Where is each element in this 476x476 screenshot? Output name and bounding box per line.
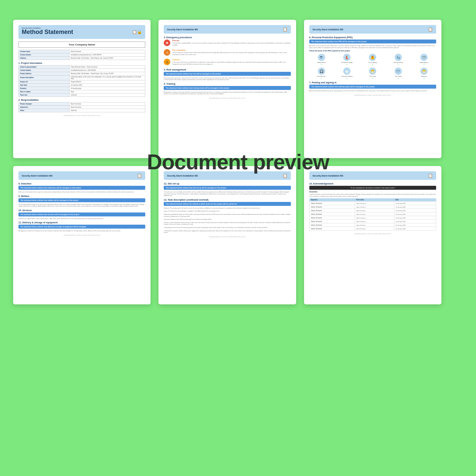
proj-label-3: Project address: [19,72,70,75]
page5-header: Security Alarm Installation MS 📋 [164,171,291,180]
proj-row-8: Days or nights: Days [19,90,145,93]
proj-label-2: Contact details: [19,69,70,72]
asbestos-icon: ⚠ [164,59,170,65]
task-banner: The statement below outlines the method … [164,202,291,206]
ppe-mask-check: ✓ [372,77,374,79]
page4-header-label: Security Alarm Installation MS [22,175,52,177]
name-4: Name Surname [355,212,394,216]
resp-value-3: Add here [69,109,145,112]
ppe-glasses-icon: 🥽 [420,54,428,61]
ack-col-sig: Signature [309,198,355,202]
company-name-box: Your Company Name [18,42,145,48]
sig-1: Alana Surname [309,202,355,205]
page6-icon: 📋 [428,173,433,178]
contact-value-2: email@yourcompanyemail.com | +000 000000 [69,53,145,56]
ppe-hivis-check: ✓ [372,63,374,66]
proj-value-5: Project 0001/01 [69,80,145,83]
sig-3: Alana Surname [309,209,355,212]
page5-header-label: Security Alarm Installation MS [167,175,198,177]
section9-title: 9. Welfare [18,195,145,197]
table-row: Alana Surname Name Surname 1st January 2… [309,202,436,205]
page4-icon: 📋 [137,173,142,178]
page3-icon: 📋 [428,27,433,32]
ppe-ear-icon: 🎧 [318,68,325,75]
contact-row-2: Contact details: email@yourcompanyemail.… [19,53,145,56]
proj-value-2: email@clientemail.com | +000 000000 [69,69,145,72]
company-name-label: Your Company Name [20,43,144,46]
task-item-3: Personnel: Required roles: Electrical te… [164,218,291,220]
proj-label-4: Project description: [19,75,70,80]
ppe-footwear: 👢 Protective footwear ✓ [335,54,359,66]
ppe-respirator-icon: 😷 [420,68,428,75]
setup-text: The work area is to be carefully cordone… [164,191,291,197]
name-6: Name Surname [355,220,394,223]
page6-header: Security Alarm Installation MS 📋 [309,171,436,180]
ppe-statement: All workers on this project will wear sa… [309,45,436,48]
date-5: 1st January 2025 [394,216,436,220]
proj-row-3: Project address: Business Addr, Unit Num… [19,72,145,75]
section10-title: 10. Services [18,209,145,211]
ppe-shield-icon: 🛡 [395,68,402,75]
task-item-5: 2. Mounting the Unit: Screw the mounting… [164,227,291,229]
asbestos-label: Asbestos: [172,59,291,61]
ppe-glasses: 🥽 Safety glasses ✓ [412,54,436,66]
welfare-banner: The statement below outlines how welfare… [18,198,145,202]
date-7: 1st January 2025 [394,223,436,227]
resp-label-2: Supervisor: [19,105,70,109]
contact-label-1: Contact name: [19,50,70,53]
resp-value-1: Name Surname [69,102,145,105]
fire-label: Fire / evacuation: [172,49,291,51]
project-info-table: Client & representative: Client Business… [18,65,145,97]
contact-value-1: Name Surname [69,50,145,53]
risk-text: Risk assessments have been carried out f… [164,77,291,81]
document-page-1: Security Alarm Installation Method State… [13,20,151,158]
resp-label-1: Project manager: [19,102,70,105]
proj-label-6: Start date: [19,83,70,87]
fire-row: ⚠ Fire / evacuation: The site supervisor… [164,49,291,57]
proj-value-8: Days [69,90,145,93]
sig-8: Alana Surname [309,227,355,231]
delivery-text: All equipment received to be delivered t… [18,230,145,232]
proj-row-9: Team size: Unknown [19,93,145,97]
name-7: Name Surname [355,223,394,227]
resp-row-2: Supervisor: Name Surname [19,105,145,109]
name-8: Name Surname [355,227,394,231]
document-page-4: Security Alarm Installation MS 📋 8. Indu… [13,166,151,304]
proj-value-1: Client Business Name – Name Surname [69,65,145,69]
section12-title: 12. Site set up [164,182,291,185]
ppe-hand-icon: 🧤 [395,54,402,61]
section5-title: 5. Training [164,83,291,85]
page6-footer: easyhealthandsafety.com | Simple, access… [309,233,436,235]
page2-icon: 📋 [283,27,288,32]
task-item-6: 3. Electrical Connections: Switch off th… [164,230,291,234]
section6-title: 6. Personal Protective Equipment (PPE) [309,36,436,39]
resp-row-3: Other: Add here [19,109,145,112]
ppe-clothing: 🥼 Protective clothing ✓ [335,68,359,79]
first-aid-text: First aid will be readily available. In … [172,42,291,46]
proj-row-6: Start date: 1st January 2025 [19,83,145,87]
date-1: 1st January 2025 [394,202,436,205]
parking-banner: The statement below outlines how trainin… [309,85,436,89]
proj-label-5: Project ref: [19,80,70,83]
first-aid-icon: ✚ [164,40,170,46]
table-row: Alana Surname Name Surname 1st January 2… [309,223,436,227]
table-row: Alana Surname Name Surname 1st January 2… [309,227,436,231]
task-item-1: Scope: This task covers the preparation,… [164,210,291,212]
page4-header: Security Alarm Installation MS 📋 [18,171,145,180]
proj-value-6: 1st January 2025 [69,83,145,87]
section13-title: 13. Task description (continued overleaf… [164,199,291,201]
ppe-mask: 😷 Face mask ✓ [360,68,385,79]
fire-text: The site supervisor will inform all the … [172,52,291,55]
proj-row-7: Duration: 10 working days [19,87,145,90]
section7-title: 7. Parking and signing in [309,81,436,84]
resp-row-1: Project manager: Name Surname [19,102,145,105]
setup-banner: The statement below outlines how site se… [164,186,291,190]
fire-icon: ⚠ [164,49,170,56]
contact-table: Contact name: Name Surname Contact detai… [18,50,145,60]
proj-label-1: Client & representative: [19,65,70,69]
page3-footer: easyhealthandsafety.com | Simple, access… [309,95,436,96]
name-2: Name Surname [355,205,394,209]
ppe-clothing-icon: 🥼 [343,68,350,75]
asbestos-text: In the event of discovering a material t… [172,61,291,65]
ppe-shield-check: ✓ [398,77,399,79]
